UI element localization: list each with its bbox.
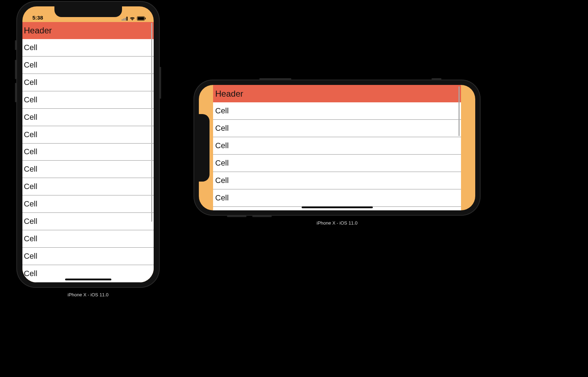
iphone-x-portrait: 5:38 Header Cell Cell Cell Cell Cell: [16, 1, 160, 288]
table-row[interactable]: Cell: [22, 195, 154, 213]
home-indicator[interactable]: [65, 279, 111, 280]
table-row[interactable]: Cell: [22, 161, 154, 178]
volume-down-button[interactable]: [15, 83, 16, 102]
cell-label: Cell: [24, 234, 37, 243]
table-row[interactable]: Cell: [213, 137, 461, 155]
table-view[interactable]: Cell Cell Cell Cell Cell Cell Cell Cell …: [22, 39, 154, 282]
section-header-label: Header: [24, 26, 52, 36]
screen-landscape: Header Cell Cell Cell Cell Cell Cell: [199, 85, 475, 210]
mute-switch[interactable]: [431, 78, 441, 80]
table-row[interactable]: Cell: [22, 126, 154, 144]
table-section-header: Header: [213, 85, 461, 102]
table-row[interactable]: Cell: [213, 102, 461, 120]
table-row[interactable]: Cell: [213, 189, 461, 207]
table-view[interactable]: Header Cell Cell Cell Cell Cell Cell: [213, 85, 461, 210]
cell-label: Cell: [24, 147, 37, 156]
cell-label: Cell: [24, 269, 37, 278]
cellular-icon: [122, 17, 128, 21]
iphone-x-landscape: Header Cell Cell Cell Cell Cell Cell: [194, 80, 481, 216]
volume-down-button[interactable]: [227, 216, 247, 217]
simulator-caption-portrait: iPhone X - iOS 11.0: [16, 292, 160, 297]
mute-switch[interactable]: [15, 40, 16, 50]
home-indicator[interactable]: [302, 206, 373, 208]
table-row[interactable]: Cell: [22, 178, 154, 195]
volume-up-button[interactable]: [252, 216, 272, 217]
cell-label: Cell: [24, 78, 37, 87]
svg-rect-6: [145, 18, 146, 20]
table-row[interactable]: Cell: [22, 144, 154, 161]
simulator-caption-landscape: iPhone X - iOS 11.0: [194, 220, 481, 226]
table-row[interactable]: Cell: [213, 120, 461, 137]
svg-rect-0: [122, 19, 123, 21]
section-header-label: Header: [215, 89, 243, 99]
cell-label: Cell: [24, 95, 37, 104]
status-time: 5:38: [32, 15, 43, 21]
device-notch: [54, 6, 122, 17]
svg-rect-3: [127, 17, 128, 21]
cell-label: Cell: [215, 141, 229, 150]
power-button[interactable]: [259, 78, 291, 80]
svg-rect-2: [125, 18, 126, 21]
table-row[interactable]: Cell: [22, 213, 154, 230]
svg-rect-5: [138, 17, 144, 20]
scroll-indicator[interactable]: [151, 23, 152, 222]
cell-label: Cell: [215, 193, 229, 203]
cell-label: Cell: [24, 43, 37, 52]
cell-label: Cell: [215, 124, 229, 133]
volume-up-button[interactable]: [15, 60, 16, 79]
table-row[interactable]: Cell: [213, 155, 461, 172]
table-row[interactable]: Cell: [22, 39, 154, 56]
table-row[interactable]: Cell: [22, 109, 154, 126]
cell-label: Cell: [24, 165, 37, 174]
cell-label: Cell: [215, 158, 229, 168]
status-icons: [122, 16, 146, 21]
table-section-header: Header: [22, 22, 154, 39]
cell-label: Cell: [24, 199, 37, 209]
wifi-icon: [129, 17, 135, 21]
cell-label: Cell: [24, 113, 37, 122]
cell-label: Cell: [24, 217, 37, 226]
cell-label: Cell: [24, 130, 37, 139]
table-row[interactable]: Cell: [22, 74, 154, 91]
cell-label: Cell: [24, 252, 37, 261]
table-row[interactable]: Cell: [213, 172, 461, 189]
cell-label: Cell: [24, 60, 37, 70]
screen-portrait: 5:38 Header Cell Cell Cell Cell Cell: [22, 6, 154, 282]
table-row[interactable]: Cell: [22, 56, 154, 74]
table-row[interactable]: Cell: [22, 91, 154, 109]
table-row[interactable]: Cell: [22, 248, 154, 265]
table-row[interactable]: Cell: [22, 230, 154, 248]
cell-label: Cell: [215, 176, 229, 185]
battery-icon: [137, 16, 146, 21]
cell-label: Cell: [24, 182, 37, 191]
device-notch: [199, 114, 210, 182]
power-button[interactable]: [160, 67, 161, 99]
svg-rect-1: [123, 18, 125, 21]
scroll-indicator[interactable]: [459, 86, 460, 136]
cell-label: Cell: [215, 106, 229, 115]
